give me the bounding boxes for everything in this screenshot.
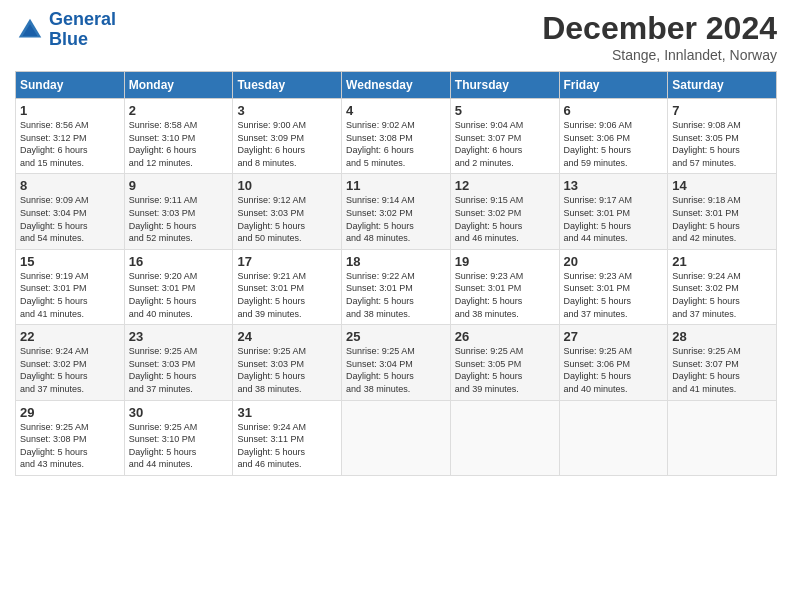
logo-text: General Blue <box>49 10 116 50</box>
day-cell: 6Sunrise: 9:06 AM Sunset: 3:06 PM Daylig… <box>559 99 668 174</box>
week-row-1: 1Sunrise: 8:56 AM Sunset: 3:12 PM Daylig… <box>16 99 777 174</box>
day-number: 7 <box>672 103 772 118</box>
day-cell: 28Sunrise: 9:25 AM Sunset: 3:07 PM Dayli… <box>668 325 777 400</box>
logo: General Blue <box>15 10 116 50</box>
day-number: 20 <box>564 254 664 269</box>
day-cell: 4Sunrise: 9:02 AM Sunset: 3:08 PM Daylig… <box>342 99 451 174</box>
day-info: Sunrise: 9:20 AM Sunset: 3:01 PM Dayligh… <box>129 270 229 320</box>
logo-icon <box>15 15 45 45</box>
day-cell: 16Sunrise: 9:20 AM Sunset: 3:01 PM Dayli… <box>124 249 233 324</box>
day-info: Sunrise: 9:25 AM Sunset: 3:06 PM Dayligh… <box>564 345 664 395</box>
day-info: Sunrise: 9:24 AM Sunset: 3:02 PM Dayligh… <box>20 345 120 395</box>
day-info: Sunrise: 9:25 AM Sunset: 3:08 PM Dayligh… <box>20 421 120 471</box>
day-info: Sunrise: 9:25 AM Sunset: 3:05 PM Dayligh… <box>455 345 555 395</box>
day-number: 2 <box>129 103 229 118</box>
day-cell: 7Sunrise: 9:08 AM Sunset: 3:05 PM Daylig… <box>668 99 777 174</box>
col-header-thursday: Thursday <box>450 72 559 99</box>
day-number: 8 <box>20 178 120 193</box>
day-number: 23 <box>129 329 229 344</box>
day-number: 18 <box>346 254 446 269</box>
day-number: 25 <box>346 329 446 344</box>
day-info: Sunrise: 9:22 AM Sunset: 3:01 PM Dayligh… <box>346 270 446 320</box>
day-cell: 10Sunrise: 9:12 AM Sunset: 3:03 PM Dayli… <box>233 174 342 249</box>
day-info: Sunrise: 9:21 AM Sunset: 3:01 PM Dayligh… <box>237 270 337 320</box>
day-number: 15 <box>20 254 120 269</box>
day-info: Sunrise: 9:24 AM Sunset: 3:02 PM Dayligh… <box>672 270 772 320</box>
day-number: 28 <box>672 329 772 344</box>
day-number: 3 <box>237 103 337 118</box>
day-number: 16 <box>129 254 229 269</box>
day-number: 6 <box>564 103 664 118</box>
col-header-saturday: Saturday <box>668 72 777 99</box>
day-number: 12 <box>455 178 555 193</box>
day-number: 4 <box>346 103 446 118</box>
header: General Blue December 2024 Stange, Innla… <box>15 10 777 63</box>
day-cell: 17Sunrise: 9:21 AM Sunset: 3:01 PM Dayli… <box>233 249 342 324</box>
day-cell: 21Sunrise: 9:24 AM Sunset: 3:02 PM Dayli… <box>668 249 777 324</box>
day-info: Sunrise: 8:58 AM Sunset: 3:10 PM Dayligh… <box>129 119 229 169</box>
day-number: 26 <box>455 329 555 344</box>
day-cell: 26Sunrise: 9:25 AM Sunset: 3:05 PM Dayli… <box>450 325 559 400</box>
day-info: Sunrise: 9:11 AM Sunset: 3:03 PM Dayligh… <box>129 194 229 244</box>
calendar-table: SundayMondayTuesdayWednesdayThursdayFrid… <box>15 71 777 476</box>
subtitle: Stange, Innlandet, Norway <box>542 47 777 63</box>
day-number: 19 <box>455 254 555 269</box>
week-row-4: 22Sunrise: 9:24 AM Sunset: 3:02 PM Dayli… <box>16 325 777 400</box>
day-number: 22 <box>20 329 120 344</box>
day-cell: 1Sunrise: 8:56 AM Sunset: 3:12 PM Daylig… <box>16 99 125 174</box>
day-cell: 23Sunrise: 9:25 AM Sunset: 3:03 PM Dayli… <box>124 325 233 400</box>
col-header-sunday: Sunday <box>16 72 125 99</box>
day-info: Sunrise: 9:14 AM Sunset: 3:02 PM Dayligh… <box>346 194 446 244</box>
day-number: 29 <box>20 405 120 420</box>
day-cell: 9Sunrise: 9:11 AM Sunset: 3:03 PM Daylig… <box>124 174 233 249</box>
day-number: 24 <box>237 329 337 344</box>
day-info: Sunrise: 9:17 AM Sunset: 3:01 PM Dayligh… <box>564 194 664 244</box>
day-cell: 11Sunrise: 9:14 AM Sunset: 3:02 PM Dayli… <box>342 174 451 249</box>
day-cell: 5Sunrise: 9:04 AM Sunset: 3:07 PM Daylig… <box>450 99 559 174</box>
day-info: Sunrise: 9:23 AM Sunset: 3:01 PM Dayligh… <box>455 270 555 320</box>
day-info: Sunrise: 8:56 AM Sunset: 3:12 PM Dayligh… <box>20 119 120 169</box>
day-number: 30 <box>129 405 229 420</box>
week-row-2: 8Sunrise: 9:09 AM Sunset: 3:04 PM Daylig… <box>16 174 777 249</box>
day-number: 9 <box>129 178 229 193</box>
day-cell: 2Sunrise: 8:58 AM Sunset: 3:10 PM Daylig… <box>124 99 233 174</box>
day-cell <box>668 400 777 475</box>
day-cell: 27Sunrise: 9:25 AM Sunset: 3:06 PM Dayli… <box>559 325 668 400</box>
day-cell: 15Sunrise: 9:19 AM Sunset: 3:01 PM Dayli… <box>16 249 125 324</box>
col-header-tuesday: Tuesday <box>233 72 342 99</box>
main-title: December 2024 <box>542 10 777 47</box>
day-cell: 20Sunrise: 9:23 AM Sunset: 3:01 PM Dayli… <box>559 249 668 324</box>
day-info: Sunrise: 9:06 AM Sunset: 3:06 PM Dayligh… <box>564 119 664 169</box>
day-cell: 18Sunrise: 9:22 AM Sunset: 3:01 PM Dayli… <box>342 249 451 324</box>
day-cell: 3Sunrise: 9:00 AM Sunset: 3:09 PM Daylig… <box>233 99 342 174</box>
day-number: 13 <box>564 178 664 193</box>
day-info: Sunrise: 9:23 AM Sunset: 3:01 PM Dayligh… <box>564 270 664 320</box>
day-cell: 12Sunrise: 9:15 AM Sunset: 3:02 PM Dayli… <box>450 174 559 249</box>
day-info: Sunrise: 9:25 AM Sunset: 3:07 PM Dayligh… <box>672 345 772 395</box>
day-cell <box>559 400 668 475</box>
day-info: Sunrise: 9:00 AM Sunset: 3:09 PM Dayligh… <box>237 119 337 169</box>
day-info: Sunrise: 9:12 AM Sunset: 3:03 PM Dayligh… <box>237 194 337 244</box>
col-header-wednesday: Wednesday <box>342 72 451 99</box>
day-cell: 13Sunrise: 9:17 AM Sunset: 3:01 PM Dayli… <box>559 174 668 249</box>
day-cell: 22Sunrise: 9:24 AM Sunset: 3:02 PM Dayli… <box>16 325 125 400</box>
day-cell: 25Sunrise: 9:25 AM Sunset: 3:04 PM Dayli… <box>342 325 451 400</box>
col-header-monday: Monday <box>124 72 233 99</box>
week-row-3: 15Sunrise: 9:19 AM Sunset: 3:01 PM Dayli… <box>16 249 777 324</box>
day-info: Sunrise: 9:25 AM Sunset: 3:03 PM Dayligh… <box>237 345 337 395</box>
day-number: 14 <box>672 178 772 193</box>
day-info: Sunrise: 9:25 AM Sunset: 3:10 PM Dayligh… <box>129 421 229 471</box>
week-row-5: 29Sunrise: 9:25 AM Sunset: 3:08 PM Dayli… <box>16 400 777 475</box>
header-row: SundayMondayTuesdayWednesdayThursdayFrid… <box>16 72 777 99</box>
day-cell: 31Sunrise: 9:24 AM Sunset: 3:11 PM Dayli… <box>233 400 342 475</box>
main-container: General Blue December 2024 Stange, Innla… <box>0 0 792 486</box>
day-number: 5 <box>455 103 555 118</box>
day-number: 17 <box>237 254 337 269</box>
col-header-friday: Friday <box>559 72 668 99</box>
day-cell <box>342 400 451 475</box>
day-info: Sunrise: 9:04 AM Sunset: 3:07 PM Dayligh… <box>455 119 555 169</box>
day-info: Sunrise: 9:02 AM Sunset: 3:08 PM Dayligh… <box>346 119 446 169</box>
day-info: Sunrise: 9:08 AM Sunset: 3:05 PM Dayligh… <box>672 119 772 169</box>
day-info: Sunrise: 9:24 AM Sunset: 3:11 PM Dayligh… <box>237 421 337 471</box>
day-cell <box>450 400 559 475</box>
